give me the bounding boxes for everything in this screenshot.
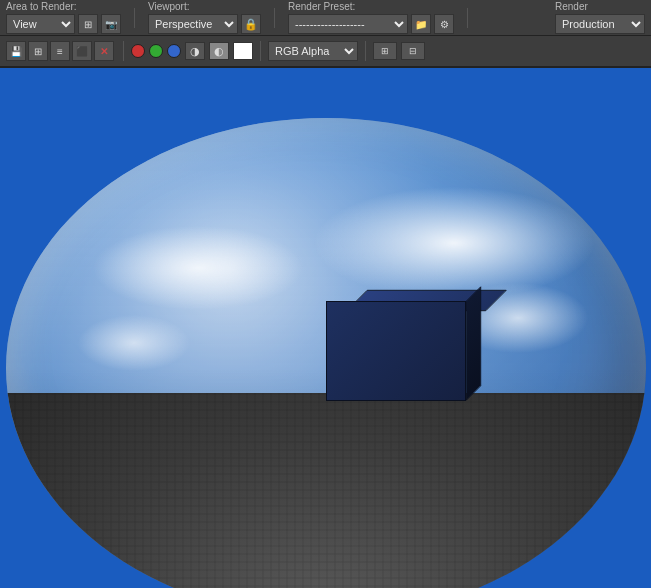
separator-6 [365, 41, 366, 61]
dome-ground [6, 393, 646, 588]
area-icon1[interactable]: ⊞ [78, 14, 98, 34]
render-control: Production Draft ActiveShade [555, 14, 645, 34]
tool-btn-1[interactable]: 💾 [6, 41, 26, 61]
preset-select[interactable]: ------------------- [288, 14, 408, 34]
area-label: Area to Render: [6, 1, 77, 12]
toolbar-bottom: 💾 ⊞ ≡ ⬛ ✕ ◑ ◐ RGB Alpha Red Green Blue A… [0, 36, 651, 68]
view-mode-2[interactable]: ⊟ [401, 42, 425, 60]
render-viewport [0, 68, 651, 588]
channel-select[interactable]: RGB Alpha Red Green Blue Alpha [268, 41, 358, 61]
view-mode-1[interactable]: ⊞ [373, 42, 397, 60]
tool-group-1: 💾 ⊞ ≡ ⬛ ✕ [6, 41, 114, 61]
full-tone-btn[interactable]: ◐ [209, 42, 229, 60]
blue-channel-dot[interactable] [167, 44, 181, 58]
render-section: Render Production Draft ActiveShade [555, 1, 645, 34]
separator-3 [467, 8, 468, 28]
box-side-face [466, 286, 481, 401]
tool-btn-2[interactable]: ⊞ [28, 41, 48, 61]
scene-canvas [0, 68, 651, 588]
render-select[interactable]: Production Draft ActiveShade [555, 14, 645, 34]
render-preset-section: Render Preset: ------------------- 📁 ⚙ [288, 1, 454, 34]
viewport-control: Perspective Top Front Left 🔒 [148, 14, 261, 34]
separator-1 [134, 8, 135, 28]
white-square-btn[interactable] [233, 42, 253, 60]
viewport-select[interactable]: Perspective Top Front Left [148, 14, 238, 34]
preset-icon1[interactable]: 📁 [411, 14, 431, 34]
area-control: View Selected Region ⊞ 📷 [6, 14, 121, 34]
tool-btn-x[interactable]: ✕ [94, 41, 114, 61]
lock-button[interactable]: 🔒 [241, 14, 261, 34]
toolbar-top: Area to Render: View Selected Region ⊞ 📷… [0, 0, 651, 36]
tool-btn-3[interactable]: ≡ [50, 41, 70, 61]
area-to-render-section: Area to Render: View Selected Region ⊞ 📷 [6, 1, 121, 34]
area-icon2[interactable]: 📷 [101, 14, 121, 34]
render-label: Render [555, 1, 588, 12]
tool-btn-4[interactable]: ⬛ [72, 41, 92, 61]
box-front-face [326, 301, 466, 401]
area-select[interactable]: View Selected Region [6, 14, 75, 34]
viewport-label: Viewport: [148, 1, 190, 12]
preset-label: Render Preset: [288, 1, 355, 12]
separator-5 [260, 41, 261, 61]
green-channel-dot[interactable] [149, 44, 163, 58]
separator-2 [274, 8, 275, 28]
half-tone-btn[interactable]: ◑ [185, 42, 205, 60]
viewport-section: Viewport: Perspective Top Front Left 🔒 [148, 1, 261, 34]
preset-icon2[interactable]: ⚙ [434, 14, 454, 34]
red-channel-dot[interactable] [131, 44, 145, 58]
preset-control: ------------------- 📁 ⚙ [288, 14, 454, 34]
separator-4 [123, 41, 124, 61]
